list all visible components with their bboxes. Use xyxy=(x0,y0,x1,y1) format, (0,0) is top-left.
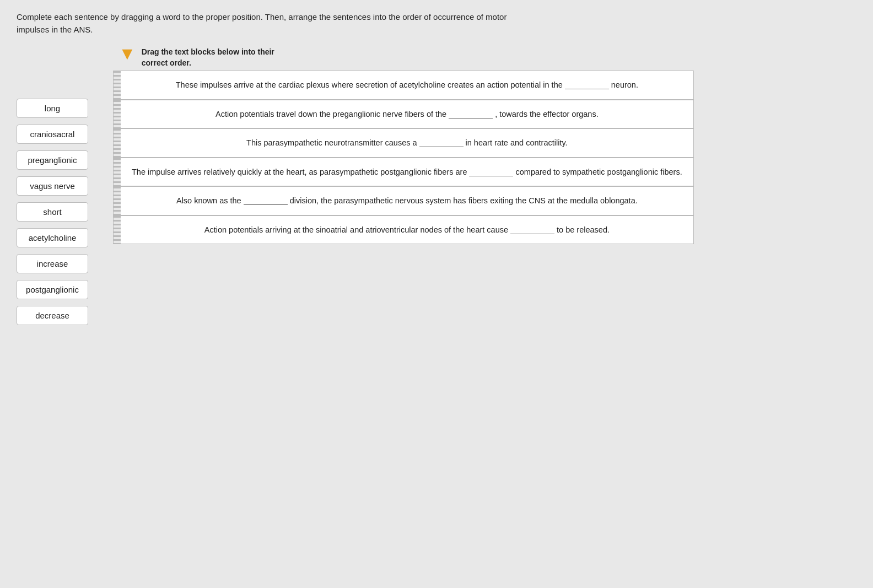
wavy-bar-3 xyxy=(113,128,121,157)
drag-arrow-icon: ▼ xyxy=(118,45,136,62)
sentence-box-4: The impulse arrives relatively quickly a… xyxy=(121,158,694,186)
wavy-bar-1 xyxy=(113,71,121,99)
blank-6 xyxy=(510,225,554,234)
blank-1 xyxy=(565,80,609,89)
sentence-box-2: Action potentials travel down the pregan… xyxy=(121,100,694,128)
word-blocks-column: longcraniosacralpreganglionicvagus nerve… xyxy=(17,47,113,332)
word-block-preganglionic[interactable]: preganglionic xyxy=(17,150,88,170)
wavy-bar-2 xyxy=(113,100,121,128)
word-block-long[interactable]: long xyxy=(17,99,88,118)
sentence-row-6: Action potentials arriving at the sinoat… xyxy=(113,215,694,244)
wavy-bar-6 xyxy=(113,215,121,244)
sentences-column: These impulses arrive at the cardiac ple… xyxy=(113,71,694,244)
wavy-bar-4 xyxy=(113,158,121,186)
drag-header-line2: correct order. xyxy=(142,58,274,69)
drag-area: ▼ Drag the text blocks below into their … xyxy=(113,47,694,244)
word-block-decrease[interactable]: decrease xyxy=(17,306,88,325)
blank-2 xyxy=(449,110,493,118)
instructions-text: Complete each sentence by dragging a wor… xyxy=(17,11,513,36)
wavy-bar-5 xyxy=(113,186,121,215)
word-block-acetylcholine[interactable]: acetylcholine xyxy=(17,228,88,247)
sentence-row-3: This parasympathetic neurotransmitter ca… xyxy=(113,128,694,157)
sentence-box-1: These impulses arrive at the cardiac ple… xyxy=(121,71,694,99)
sentence-box-6: Action potentials arriving at the sinoat… xyxy=(121,215,694,244)
blank-3 xyxy=(419,138,464,147)
drag-header: ▼ Drag the text blocks below into their … xyxy=(118,47,274,68)
sentence-row-2: Action potentials travel down the pregan… xyxy=(113,100,694,128)
word-block-increase[interactable]: increase xyxy=(17,254,88,273)
word-block-craniosacral[interactable]: craniosacral xyxy=(17,125,88,144)
sentence-row-1: These impulses arrive at the cardiac ple… xyxy=(113,71,694,99)
sentence-box-3: This parasympathetic neurotransmitter ca… xyxy=(121,128,694,157)
word-block-short[interactable]: short xyxy=(17,202,88,222)
drag-header-line1: Drag the text blocks below into their xyxy=(142,47,274,58)
sentence-row-4: The impulse arrives relatively quickly a… xyxy=(113,158,694,186)
blank-4 xyxy=(469,168,513,176)
word-block-postganglionic[interactable]: postganglionic xyxy=(17,280,88,299)
blank-5 xyxy=(244,196,288,205)
main-layout: longcraniosacralpreganglionicvagus nerve… xyxy=(17,47,856,332)
word-blocks-container: longcraniosacralpreganglionicvagus nerve… xyxy=(17,99,88,332)
sentence-box-5: Also known as the division, the parasymp… xyxy=(121,186,694,215)
sentence-row-5: Also known as the division, the parasymp… xyxy=(113,186,694,215)
word-block-vagus_nerve[interactable]: vagus nerve xyxy=(17,176,88,196)
